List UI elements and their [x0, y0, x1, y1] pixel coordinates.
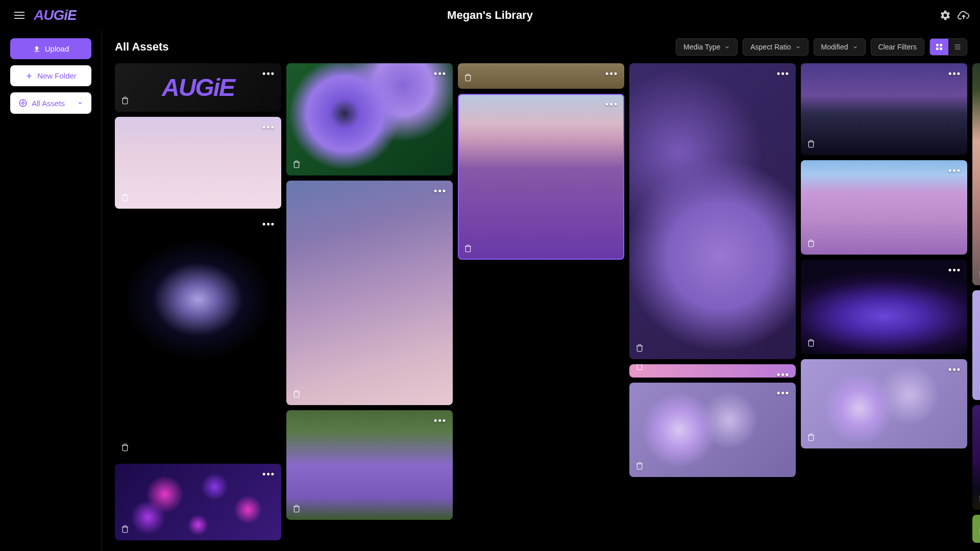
asset-card[interactable]: ••• [972, 405, 980, 510]
asset-thumbnail [801, 160, 967, 255]
chevron-down-icon [852, 44, 858, 50]
more-icon[interactable]: ••• [434, 415, 447, 426]
clear-filters-button[interactable]: Clear Filters [871, 38, 924, 56]
asset-card[interactable]: ••• [801, 63, 967, 155]
new-folder-button[interactable]: New Folder [10, 65, 91, 86]
asset-card[interactable]: ••• [972, 290, 980, 400]
header-actions [939, 9, 970, 21]
gear-icon [940, 10, 951, 21]
asset-card[interactable]: ••• [629, 383, 796, 477]
asset-thumbnail [286, 410, 453, 520]
upload-icon [33, 45, 41, 53]
menu-button[interactable] [10, 8, 29, 23]
list-view-button[interactable] [948, 39, 967, 55]
new-folder-label: New Folder [37, 71, 77, 80]
delete-icon[interactable] [635, 462, 644, 472]
more-icon[interactable]: ••• [434, 68, 447, 79]
more-icon[interactable]: ••• [262, 122, 275, 133]
view-toggle [929, 38, 967, 56]
cloud-upload-icon [958, 9, 970, 21]
svg-rect-3 [940, 44, 942, 46]
delete-icon[interactable] [292, 390, 301, 400]
main: All Assets Media Type Aspect Ratio Modif… [102, 31, 980, 551]
settings-button[interactable] [939, 9, 951, 21]
asset-card[interactable]: ••• [286, 181, 453, 405]
more-icon[interactable]: ••• [777, 68, 790, 79]
asset-thumbnail [801, 359, 967, 448]
grid-icon [935, 43, 943, 51]
delete-icon[interactable] [807, 239, 815, 249]
all-assets-label: All Assets [32, 99, 65, 108]
more-icon[interactable]: ••• [434, 186, 447, 196]
asset-card[interactable]: AUGiE••• [115, 63, 281, 112]
asset-card[interactable]: ••• [801, 160, 967, 255]
asset-thumbnail [629, 63, 796, 359]
asset-thumbnail [458, 63, 624, 89]
more-icon[interactable]: ••• [605, 99, 618, 110]
cloud-button[interactable] [958, 9, 970, 21]
asset-thumbnail [115, 117, 281, 209]
aspect-ratio-filter[interactable]: Aspect Ratio [743, 38, 808, 56]
asset-card[interactable]: ••• [801, 359, 967, 448]
assets-icon [18, 98, 28, 108]
more-icon[interactable]: ••• [948, 265, 961, 276]
all-assets-dropdown[interactable]: All Assets [10, 92, 91, 114]
delete-icon[interactable] [807, 433, 815, 443]
more-icon[interactable]: ••• [262, 469, 275, 480]
delete-icon[interactable] [464, 244, 472, 255]
list-icon [953, 43, 962, 51]
grid-view-button[interactable] [930, 39, 948, 55]
plus-icon [25, 72, 33, 80]
asset-card[interactable]: ••• [458, 63, 624, 89]
delete-icon[interactable] [635, 364, 644, 372]
asset-thumbnail [629, 383, 796, 477]
delete-icon[interactable] [121, 525, 129, 535]
more-icon[interactable]: ••• [948, 364, 961, 375]
more-icon[interactable]: ••• [948, 68, 961, 79]
modified-filter[interactable]: Modified [814, 38, 866, 56]
asset-card[interactable]: ••• [801, 260, 967, 354]
more-icon[interactable]: ••• [262, 68, 275, 79]
logo[interactable]: AUGiE [34, 7, 77, 23]
svg-rect-2 [936, 44, 939, 46]
asset-card[interactable]: ••• [458, 94, 624, 260]
delete-icon[interactable] [292, 160, 301, 170]
page-title: Megan's Library [447, 9, 533, 22]
more-icon[interactable]: ••• [605, 68, 618, 79]
delete-icon[interactable] [121, 193, 129, 204]
more-icon[interactable]: ••• [948, 165, 961, 176]
upload-button[interactable]: Upload [10, 38, 91, 59]
svg-point-1 [22, 102, 24, 105]
asset-grid: AUGiE•••••••••••••••••••••••••••••••••••… [115, 63, 967, 543]
asset-card[interactable]: ••• [115, 464, 281, 540]
section-title: All Assets [115, 40, 169, 54]
delete-icon[interactable] [292, 505, 301, 515]
asset-card[interactable]: ••• [115, 117, 281, 209]
more-icon[interactable]: ••• [777, 369, 790, 378]
more-icon[interactable]: ••• [777, 388, 790, 398]
delete-icon[interactable] [807, 140, 815, 150]
upload-label: Upload [45, 44, 69, 53]
asset-card[interactable]: ••• [629, 364, 796, 378]
delete-icon[interactable] [121, 443, 129, 454]
asset-card[interactable]: ••• [972, 515, 980, 543]
chevron-down-icon [724, 44, 730, 50]
asset-thumbnail [972, 290, 980, 400]
asset-thumbnail [801, 63, 967, 155]
asset-card[interactable]: ••• [972, 63, 980, 285]
delete-icon[interactable] [464, 73, 472, 84]
asset-card[interactable]: ••• [629, 63, 796, 359]
menu-icon [14, 12, 24, 13]
more-icon[interactable]: ••• [262, 219, 275, 230]
asset-card[interactable]: ••• [286, 410, 453, 520]
asset-thumbnail [115, 464, 281, 540]
delete-icon[interactable] [121, 96, 129, 107]
svg-rect-5 [940, 47, 942, 50]
delete-icon[interactable] [635, 344, 644, 354]
asset-thumbnail [629, 364, 796, 378]
media-type-filter[interactable]: Media Type [676, 38, 738, 56]
asset-thumbnail [801, 260, 967, 354]
asset-card[interactable]: ••• [286, 63, 453, 176]
asset-card[interactable]: ••• [115, 214, 281, 459]
delete-icon[interactable] [807, 339, 815, 349]
